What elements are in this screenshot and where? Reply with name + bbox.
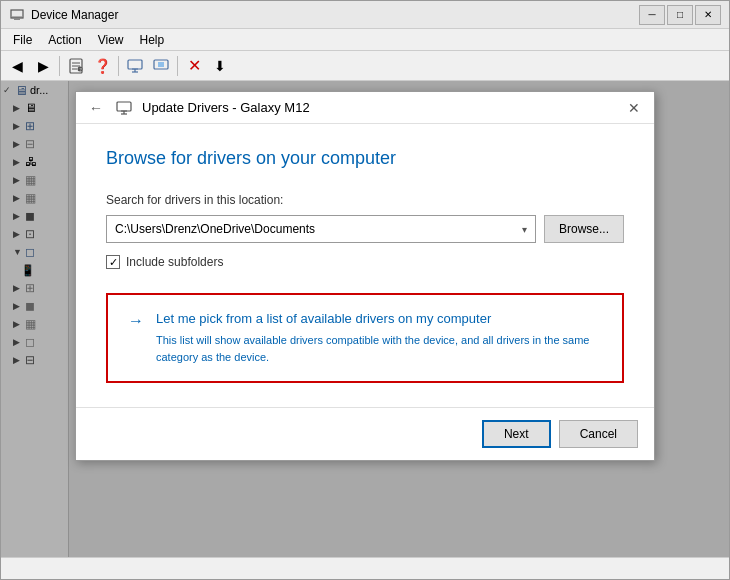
path-row: C:\Users\Drenz\OneDrive\Documents ▾ Brow… xyxy=(106,215,624,243)
pick-from-list-section[interactable]: → Let me pick from a list of available d… xyxy=(106,293,624,383)
dm-menubar: File Action View Help xyxy=(1,29,729,51)
svg-rect-1 xyxy=(14,18,20,20)
modal-footer: Next Cancel xyxy=(76,407,654,460)
toolbar-sep-2 xyxy=(118,56,119,76)
checkbox-row: ✓ Include subfolders xyxy=(106,255,624,269)
dm-titlebar-icon xyxy=(9,7,25,23)
toolbar-sep-1 xyxy=(59,56,60,76)
checkbox-check-icon: ✓ xyxy=(109,256,118,269)
device-manager-window: Device Manager ─ □ ✕ File Action View He… xyxy=(0,0,730,580)
path-input-wrapper[interactable]: C:\Users\Drenz\OneDrive\Documents ▾ xyxy=(106,215,536,243)
modal-titlebar: ← Update Drivers - Galaxy M12 ✕ xyxy=(76,92,654,124)
toolbar-help[interactable]: ❓ xyxy=(90,54,114,78)
toolbar-network[interactable] xyxy=(149,54,173,78)
modal-device-icon xyxy=(114,98,134,118)
toolbar-sep-3 xyxy=(177,56,178,76)
svg-rect-9 xyxy=(128,60,142,69)
toolbar-properties[interactable]: ? xyxy=(64,54,88,78)
include-subfolders-label: Include subfolders xyxy=(126,255,223,269)
dm-statusbar xyxy=(1,557,729,579)
modal-overlay: ← Update Drivers - Galaxy M12 ✕ Br xyxy=(1,81,729,557)
update-drivers-modal: ← Update Drivers - Galaxy M12 ✕ Br xyxy=(75,91,655,461)
dm-toolbar: ◀ ▶ ? ❓ xyxy=(1,51,729,81)
menu-help[interactable]: Help xyxy=(132,31,173,49)
pick-content: Let me pick from a list of available dri… xyxy=(156,311,602,365)
pick-arrow-icon: → xyxy=(128,312,144,330)
cancel-button[interactable]: Cancel xyxy=(559,420,638,448)
toolbar-back[interactable]: ◀ xyxy=(5,54,29,78)
browse-button[interactable]: Browse... xyxy=(544,215,624,243)
path-input-text: C:\Users\Drenz\OneDrive\Documents xyxy=(115,222,522,236)
include-subfolders-checkbox[interactable]: ✓ xyxy=(106,255,120,269)
close-btn[interactable]: ✕ xyxy=(695,5,721,25)
minimize-btn[interactable]: ─ xyxy=(639,5,665,25)
modal-body: Browse for drivers on your computer Sear… xyxy=(76,124,654,407)
window-controls: ─ □ ✕ xyxy=(639,5,721,25)
menu-action[interactable]: Action xyxy=(40,31,89,49)
path-wrapper: C:\Users\Drenz\OneDrive\Documents ▾ xyxy=(115,216,527,242)
svg-rect-15 xyxy=(117,102,131,111)
maximize-btn[interactable]: □ xyxy=(667,5,693,25)
dropdown-arrow-icon: ▾ xyxy=(522,224,527,235)
pick-desc: This list will show available drivers co… xyxy=(156,332,602,365)
modal-back-btn[interactable]: ← xyxy=(86,98,106,118)
toolbar-monitor[interactable] xyxy=(123,54,147,78)
menu-file[interactable]: File xyxy=(5,31,40,49)
next-button[interactable]: Next xyxy=(482,420,551,448)
menu-view[interactable]: View xyxy=(90,31,132,49)
dm-titlebar: Device Manager ─ □ ✕ xyxy=(1,1,729,29)
modal-heading: Browse for drivers on your computer xyxy=(106,148,624,169)
toolbar-forward[interactable]: ▶ xyxy=(31,54,55,78)
pick-title: Let me pick from a list of available dri… xyxy=(156,311,602,326)
modal-title: Update Drivers - Galaxy M12 xyxy=(142,100,624,115)
toolbar-uninstall[interactable]: ✕ xyxy=(182,54,206,78)
svg-rect-14 xyxy=(158,62,164,67)
dm-title: Device Manager xyxy=(31,8,639,22)
dm-content: ✓ 🖥 dr... ▶ 🖥 ▶ ⊞ ▶ ⊟ ▶ 🖧 ▶ xyxy=(1,81,729,557)
toolbar-scan[interactable]: ⬇ xyxy=(208,54,232,78)
modal-close-btn[interactable]: ✕ xyxy=(624,98,644,118)
search-label: Search for drivers in this location: xyxy=(106,193,624,207)
